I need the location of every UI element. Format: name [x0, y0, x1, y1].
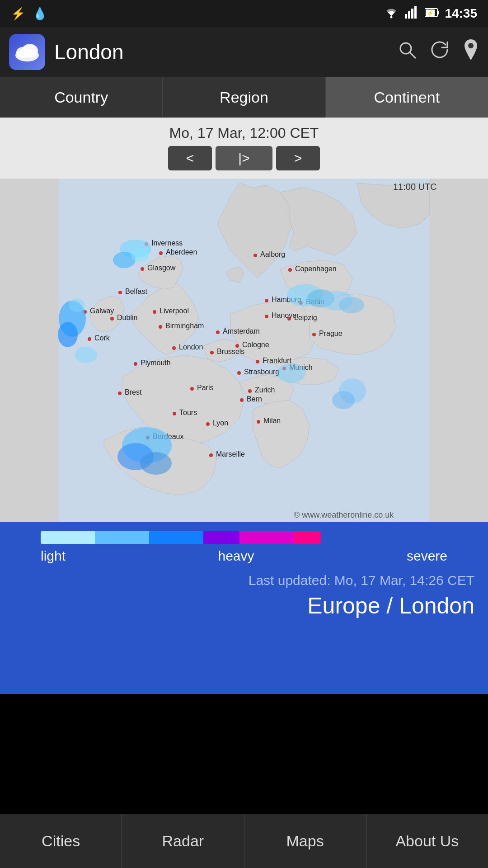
bottom-nav-aboutus[interactable]: About Us — [366, 814, 488, 868]
svg-point-57 — [265, 315, 268, 318]
svg-text:Lyon: Lyon — [213, 419, 228, 427]
svg-point-73 — [206, 422, 210, 426]
map-area[interactable]: Inverness Aberdeen Glasgow Belfast Galwa… — [0, 179, 488, 522]
location-icon[interactable] — [463, 39, 479, 65]
svg-text:⚡: ⚡ — [427, 9, 434, 16]
svg-point-87 — [58, 322, 78, 347]
svg-point-43 — [190, 387, 194, 391]
svg-text:Brest: Brest — [125, 388, 142, 396]
svg-text:Brussels: Brussels — [217, 348, 244, 355]
svg-text:11:00 UTC: 11:00 UTC — [393, 182, 437, 192]
status-bar: ⚡ 💧 ⚡ — [0, 0, 488, 27]
svg-point-39 — [118, 392, 122, 395]
svg-text:Prague: Prague — [319, 330, 343, 337]
svg-text:Paris: Paris — [197, 384, 213, 392]
usb-icon: ⚡ — [11, 7, 25, 21]
svg-text:Aberdeen: Aberdeen — [166, 248, 197, 256]
svg-text:London: London — [179, 343, 203, 351]
svg-point-97 — [277, 363, 306, 383]
app-bar: London — [0, 27, 488, 77]
svg-point-29 — [88, 337, 91, 341]
svg-text:Glasgow: Glasgow — [147, 264, 176, 272]
svg-text:Cork: Cork — [94, 334, 110, 342]
next-button[interactable]: > — [276, 146, 320, 170]
svg-text:Liverpool: Liverpool — [160, 307, 189, 315]
app-title: London — [54, 40, 389, 64]
tab-country[interactable]: Country — [0, 77, 163, 118]
svg-point-31 — [153, 310, 156, 314]
svg-point-41 — [173, 412, 176, 415]
svg-point-11 — [22, 44, 38, 57]
svg-point-63 — [312, 333, 316, 336]
svg-text:Marseille: Marseille — [216, 450, 245, 458]
svg-rect-6 — [437, 11, 439, 14]
nav-buttons: < |> > — [0, 146, 488, 175]
bottom-nav-maps[interactable]: Maps — [244, 814, 366, 868]
bottom-nav-radar[interactable]: Radar — [122, 814, 244, 868]
info-area: light heavy severe Last updated: Mo, 17 … — [0, 522, 488, 694]
svg-point-19 — [159, 251, 163, 255]
svg-point-65 — [248, 389, 252, 393]
legend-labels: light heavy severe — [14, 548, 474, 564]
svg-point-49 — [210, 351, 214, 354]
svg-text:Inverness: Inverness — [151, 239, 183, 247]
svg-point-14 — [468, 43, 474, 48]
search-icon[interactable] — [398, 40, 417, 64]
svg-text:Frankfurt: Frankfurt — [263, 357, 292, 364]
svg-point-27 — [110, 317, 114, 321]
wifi-icon — [383, 6, 399, 22]
svg-point-96 — [339, 297, 364, 313]
svg-point-12 — [400, 43, 411, 54]
svg-point-75 — [209, 453, 213, 457]
svg-line-13 — [410, 52, 416, 58]
svg-text:Amsterdam: Amsterdam — [223, 327, 260, 335]
svg-text:Plymouth: Plymouth — [141, 359, 171, 367]
svg-text:Bern: Bern — [247, 395, 262, 403]
svg-point-92 — [140, 452, 172, 475]
svg-point-79 — [253, 254, 257, 257]
svg-rect-4 — [414, 6, 417, 19]
svg-text:Galway: Galway — [90, 307, 114, 315]
svg-point-61 — [287, 317, 291, 321]
legend-light-label: light — [41, 548, 66, 564]
svg-text:Leipzig: Leipzig — [294, 314, 317, 321]
signal-icon — [405, 6, 419, 22]
tab-continent[interactable]: Continent — [326, 77, 488, 118]
bottom-nav: Cities Radar Maps About Us — [0, 814, 488, 868]
svg-point-0 — [390, 16, 393, 18]
svg-point-67 — [240, 398, 244, 402]
svg-point-51 — [235, 344, 239, 348]
svg-point-99 — [332, 391, 355, 409]
svg-text:Belfast: Belfast — [125, 288, 147, 295]
tab-region[interactable]: Region — [163, 77, 325, 118]
svg-point-77 — [257, 420, 260, 424]
svg-point-23 — [118, 291, 122, 294]
svg-text:Dublin: Dublin — [117, 314, 137, 321]
svg-text:Cologne: Cologne — [242, 341, 269, 349]
tab-bar: Country Region Continent — [0, 77, 488, 118]
svg-rect-1 — [405, 14, 407, 19]
datetime-bar: Mo, 17 Mar, 12:00 CET < |> > — [0, 118, 488, 179]
svg-point-88 — [69, 298, 85, 312]
svg-point-85 — [131, 249, 149, 262]
svg-text:Birmingham: Birmingham — [165, 322, 204, 330]
svg-point-55 — [265, 299, 268, 302]
svg-text:© www.weatheronline.co.uk: © www.weatheronline.co.uk — [294, 510, 394, 519]
svg-point-53 — [256, 360, 259, 363]
last-updated: Last updated: Mo, 17 Mar, 14:26 CET — [14, 573, 474, 588]
play-button[interactable]: |> — [216, 146, 272, 170]
svg-rect-2 — [408, 11, 410, 19]
legend-bar — [14, 531, 474, 544]
prev-button[interactable]: < — [168, 146, 212, 170]
legend-severe-label: severe — [407, 548, 447, 564]
bottom-nav-cities[interactable]: Cities — [0, 814, 122, 868]
svg-point-37 — [134, 362, 137, 366]
legend-heavy-label: heavy — [218, 548, 254, 564]
svg-text:Zurich: Zurich — [255, 386, 275, 394]
svg-point-33 — [159, 325, 162, 329]
drop-icon: 💧 — [33, 7, 47, 21]
svg-text:Strasbourg: Strasbourg — [244, 368, 279, 376]
time-display: 14:35 — [445, 6, 477, 21]
svg-text:Copenhagen: Copenhagen — [295, 265, 337, 273]
refresh-icon[interactable] — [430, 40, 449, 64]
